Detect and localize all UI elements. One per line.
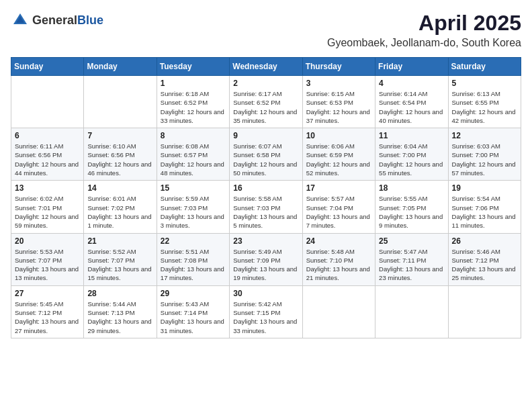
calendar-header-monday: Monday	[84, 58, 157, 76]
day-detail: Sunrise: 5:46 AM Sunset: 7:12 PM Dayligh…	[452, 247, 517, 283]
logo-general: GeneralBlue	[32, 14, 103, 27]
day-number: 22	[161, 236, 226, 246]
calendar-cell: 3Sunrise: 6:15 AM Sunset: 6:53 PM Daylig…	[302, 76, 375, 128]
title-area: April 2025 Gyeombaek, Jeollanam-do, Sout…	[327, 11, 521, 49]
calendar-cell	[11, 76, 84, 128]
day-number: 21	[87, 236, 152, 246]
calendar-cell: 29Sunrise: 5:43 AM Sunset: 7:14 PM Dayli…	[157, 285, 229, 338]
calendar-cell: 18Sunrise: 5:55 AM Sunset: 7:05 PM Dayli…	[375, 181, 448, 233]
day-detail: Sunrise: 5:59 AM Sunset: 7:03 PM Dayligh…	[161, 194, 226, 230]
calendar-cell: 13Sunrise: 6:02 AM Sunset: 7:01 PM Dayli…	[11, 181, 84, 233]
calendar-cell: 10Sunrise: 6:06 AM Sunset: 6:59 PM Dayli…	[302, 128, 375, 181]
calendar-week-5: 27Sunrise: 5:45 AM Sunset: 7:12 PM Dayli…	[11, 285, 521, 338]
day-number: 18	[379, 183, 444, 193]
calendar-cell: 6Sunrise: 6:11 AM Sunset: 6:56 PM Daylig…	[11, 128, 84, 181]
calendar-header-row: SundayMondayTuesdayWednesdayThursdayFrid…	[11, 58, 521, 76]
day-detail: Sunrise: 6:08 AM Sunset: 6:57 PM Dayligh…	[161, 142, 226, 177]
day-detail: Sunrise: 6:18 AM Sunset: 6:52 PM Dayligh…	[161, 89, 226, 125]
day-detail: Sunrise: 5:43 AM Sunset: 7:14 PM Dayligh…	[161, 300, 226, 335]
calendar-header-saturday: Saturday	[448, 58, 521, 76]
calendar-week-2: 6Sunrise: 6:11 AM Sunset: 6:56 PM Daylig…	[11, 128, 521, 181]
day-detail: Sunrise: 6:13 AM Sunset: 6:55 PM Dayligh…	[452, 89, 517, 125]
calendar-header-friday: Friday	[375, 58, 448, 76]
calendar-cell	[375, 285, 448, 338]
day-number: 6	[15, 131, 80, 140]
day-detail: Sunrise: 6:04 AM Sunset: 7:00 PM Dayligh…	[379, 142, 444, 177]
day-number: 20	[15, 236, 80, 246]
day-number: 7	[87, 131, 152, 140]
day-detail: Sunrise: 5:49 AM Sunset: 7:09 PM Dayligh…	[233, 247, 298, 283]
header: GeneralBlue April 2025 Gyeombaek, Jeolla…	[11, 11, 521, 49]
day-number: 28	[87, 289, 152, 298]
calendar-cell: 27Sunrise: 5:45 AM Sunset: 7:12 PM Dayli…	[11, 285, 84, 338]
calendar-cell: 7Sunrise: 6:10 AM Sunset: 6:56 PM Daylig…	[84, 128, 157, 181]
day-number: 10	[306, 131, 371, 140]
month-title: April 2025	[327, 11, 521, 36]
day-detail: Sunrise: 5:51 AM Sunset: 7:08 PM Dayligh…	[161, 247, 226, 283]
day-number: 23	[233, 236, 298, 246]
calendar-cell	[448, 285, 521, 338]
day-detail: Sunrise: 6:07 AM Sunset: 6:58 PM Dayligh…	[233, 142, 298, 177]
calendar-week-4: 20Sunrise: 5:53 AM Sunset: 7:07 PM Dayli…	[11, 233, 521, 285]
calendar-cell: 5Sunrise: 6:13 AM Sunset: 6:55 PM Daylig…	[448, 76, 521, 128]
calendar-cell: 30Sunrise: 5:42 AM Sunset: 7:15 PM Dayli…	[230, 285, 302, 338]
day-number: 2	[233, 79, 298, 88]
calendar-week-1: 1Sunrise: 6:18 AM Sunset: 6:52 PM Daylig…	[11, 76, 521, 128]
calendar-cell: 17Sunrise: 5:57 AM Sunset: 7:04 PM Dayli…	[302, 181, 375, 233]
day-detail: Sunrise: 6:03 AM Sunset: 7:00 PM Dayligh…	[452, 142, 517, 177]
calendar-table: SundayMondayTuesdayWednesdayThursdayFrid…	[11, 57, 521, 338]
calendar-cell: 11Sunrise: 6:04 AM Sunset: 7:00 PM Dayli…	[375, 128, 448, 181]
calendar-cell: 24Sunrise: 5:48 AM Sunset: 7:10 PM Dayli…	[302, 233, 375, 285]
calendar-cell: 26Sunrise: 5:46 AM Sunset: 7:12 PM Dayli…	[448, 233, 521, 285]
day-number: 12	[452, 131, 517, 140]
calendar-header-sunday: Sunday	[11, 58, 84, 76]
calendar-cell: 25Sunrise: 5:47 AM Sunset: 7:11 PM Dayli…	[375, 233, 448, 285]
calendar-cell	[302, 285, 375, 338]
day-number: 4	[379, 79, 444, 88]
location-title: Gyeombaek, Jeollanam-do, South Korea	[327, 37, 521, 49]
day-detail: Sunrise: 6:14 AM Sunset: 6:54 PM Dayligh…	[379, 89, 444, 125]
calendar-cell: 15Sunrise: 5:59 AM Sunset: 7:03 PM Dayli…	[157, 181, 229, 233]
calendar-cell: 4Sunrise: 6:14 AM Sunset: 6:54 PM Daylig…	[375, 76, 448, 128]
day-detail: Sunrise: 6:10 AM Sunset: 6:56 PM Dayligh…	[87, 142, 152, 177]
calendar-header-thursday: Thursday	[302, 58, 375, 76]
day-detail: Sunrise: 5:52 AM Sunset: 7:07 PM Dayligh…	[87, 247, 152, 283]
day-number: 13	[15, 183, 80, 193]
day-number: 30	[233, 289, 298, 298]
day-detail: Sunrise: 5:58 AM Sunset: 7:03 PM Dayligh…	[233, 194, 298, 230]
day-number: 17	[306, 183, 371, 193]
day-number: 16	[233, 183, 298, 193]
day-number: 29	[161, 289, 226, 298]
day-detail: Sunrise: 6:17 AM Sunset: 6:52 PM Dayligh…	[233, 89, 298, 125]
day-detail: Sunrise: 5:54 AM Sunset: 7:06 PM Dayligh…	[452, 194, 517, 230]
calendar-cell: 12Sunrise: 6:03 AM Sunset: 7:00 PM Dayli…	[448, 128, 521, 181]
calendar-header-wednesday: Wednesday	[230, 58, 302, 76]
day-detail: Sunrise: 5:57 AM Sunset: 7:04 PM Dayligh…	[306, 194, 371, 230]
calendar-cell: 19Sunrise: 5:54 AM Sunset: 7:06 PM Dayli…	[448, 181, 521, 233]
calendar-cell: 23Sunrise: 5:49 AM Sunset: 7:09 PM Dayli…	[230, 233, 302, 285]
day-detail: Sunrise: 5:53 AM Sunset: 7:07 PM Dayligh…	[15, 247, 80, 283]
day-detail: Sunrise: 5:55 AM Sunset: 7:05 PM Dayligh…	[379, 194, 444, 230]
day-detail: Sunrise: 6:01 AM Sunset: 7:02 PM Dayligh…	[87, 194, 152, 230]
day-number: 8	[161, 131, 226, 140]
calendar-header-tuesday: Tuesday	[157, 58, 229, 76]
day-detail: Sunrise: 5:47 AM Sunset: 7:11 PM Dayligh…	[379, 247, 444, 283]
calendar-cell: 21Sunrise: 5:52 AM Sunset: 7:07 PM Dayli…	[84, 233, 157, 285]
day-detail: Sunrise: 6:15 AM Sunset: 6:53 PM Dayligh…	[306, 89, 371, 125]
calendar-cell: 2Sunrise: 6:17 AM Sunset: 6:52 PM Daylig…	[230, 76, 302, 128]
calendar-week-3: 13Sunrise: 6:02 AM Sunset: 7:01 PM Dayli…	[11, 181, 521, 233]
day-detail: Sunrise: 5:45 AM Sunset: 7:12 PM Dayligh…	[15, 300, 80, 335]
day-detail: Sunrise: 5:42 AM Sunset: 7:15 PM Dayligh…	[233, 300, 298, 335]
day-number: 15	[161, 183, 226, 193]
day-detail: Sunrise: 5:48 AM Sunset: 7:10 PM Dayligh…	[306, 247, 371, 283]
calendar-cell: 14Sunrise: 6:01 AM Sunset: 7:02 PM Dayli…	[84, 181, 157, 233]
logo: GeneralBlue	[11, 11, 103, 30]
calendar-cell: 16Sunrise: 5:58 AM Sunset: 7:03 PM Dayli…	[230, 181, 302, 233]
day-number: 19	[452, 183, 517, 193]
day-number: 11	[379, 131, 444, 140]
day-number: 1	[161, 79, 226, 88]
calendar-cell: 28Sunrise: 5:44 AM Sunset: 7:13 PM Dayli…	[84, 285, 157, 338]
calendar-cell: 1Sunrise: 6:18 AM Sunset: 6:52 PM Daylig…	[157, 76, 229, 128]
day-detail: Sunrise: 5:44 AM Sunset: 7:13 PM Dayligh…	[87, 300, 152, 335]
calendar-cell: 20Sunrise: 5:53 AM Sunset: 7:07 PM Dayli…	[11, 233, 84, 285]
